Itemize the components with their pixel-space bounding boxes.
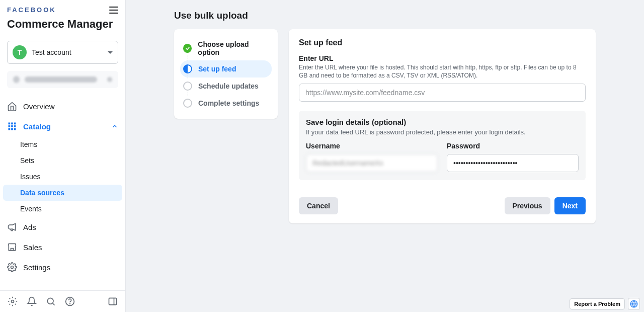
menu-toggle-button[interactable] xyxy=(109,7,118,14)
url-label: Enter URL xyxy=(299,54,586,62)
svg-point-11 xyxy=(47,298,53,304)
help-icon[interactable] xyxy=(64,296,75,307)
svg-point-14 xyxy=(70,303,70,304)
empty-circle-icon xyxy=(183,99,192,108)
content-columns: Choose upload option Set up feed Schedul… xyxy=(174,29,596,223)
step-label: Set up feed xyxy=(198,65,236,73)
login-details-box: Save login details (optional) If your da… xyxy=(299,111,586,180)
svg-point-9 xyxy=(11,266,14,269)
previous-button[interactable]: Previous xyxy=(505,197,550,214)
main-content: Use bulk upload Choose upload option Set… xyxy=(126,0,644,312)
sidebar-item-catalog[interactable]: Catalog xyxy=(0,116,125,136)
sidebar-item-overview[interactable]: Overview xyxy=(0,96,125,116)
account-avatar: T xyxy=(13,45,27,59)
page-title: Use bulk upload xyxy=(174,10,596,21)
sidebar-subitem-events[interactable]: Events xyxy=(0,201,125,217)
redacted-avatar xyxy=(13,76,20,83)
svg-rect-6 xyxy=(9,128,11,130)
next-button[interactable]: Next xyxy=(554,197,586,214)
sidebar-subitem-issues[interactable]: Issues xyxy=(0,169,125,185)
step-complete-settings[interactable]: Complete settings xyxy=(180,95,272,112)
username-label: Username xyxy=(306,142,438,150)
secondary-account-row[interactable] xyxy=(7,71,118,88)
panel-toggle-icon[interactable] xyxy=(107,296,118,307)
svg-rect-8 xyxy=(14,128,16,130)
gear-icon xyxy=(7,262,17,272)
feed-url-input[interactable] xyxy=(299,84,586,102)
svg-rect-2 xyxy=(14,123,16,125)
step-label: Choose upload option xyxy=(198,40,269,56)
sidebar-item-sales[interactable]: Sales xyxy=(0,237,125,257)
search-icon[interactable] xyxy=(45,296,56,307)
svg-rect-4 xyxy=(11,125,13,127)
language-button[interactable] xyxy=(628,298,640,310)
megaphone-icon xyxy=(7,222,17,232)
login-help-text: If your data feed URL is password protec… xyxy=(306,128,579,136)
password-label: Password xyxy=(447,142,579,150)
account-name: Test account xyxy=(32,48,103,56)
report-row: Report a Problem xyxy=(570,298,640,310)
sidebar-subitem-items[interactable]: Items xyxy=(0,136,125,152)
sidebar-footer xyxy=(0,290,125,312)
panel-title: Set up feed xyxy=(299,38,586,47)
step-choose-upload-option[interactable]: Choose upload option xyxy=(180,36,272,60)
panel-actions: Cancel Previous Next xyxy=(299,183,586,214)
sidebar-subitem-data-sources[interactable]: Data sources xyxy=(3,185,122,201)
svg-rect-15 xyxy=(109,298,117,304)
step-label: Complete settings xyxy=(198,99,259,107)
svg-rect-5 xyxy=(14,125,16,127)
sidebar-item-label: Settings xyxy=(23,263,50,272)
grid-icon xyxy=(7,121,17,131)
sidebar-subitem-sets[interactable]: Sets xyxy=(0,152,125,169)
app-title: Commerce Manager xyxy=(7,18,118,31)
account-selector[interactable]: T Test account xyxy=(7,41,118,64)
password-input[interactable] xyxy=(447,154,579,172)
sidebar-item-label: Sales xyxy=(23,243,42,252)
redacted-text xyxy=(25,76,97,83)
svg-line-12 xyxy=(53,303,55,305)
sidebar-item-settings[interactable]: Settings xyxy=(0,257,125,277)
sidebar-item-label: Overview xyxy=(23,102,55,111)
wizard-stepper: Choose upload option Set up feed Schedul… xyxy=(174,29,278,119)
chevron-up-icon xyxy=(111,123,118,130)
sidebar-item-label: Ads xyxy=(23,223,36,231)
login-title: Save login details (optional) xyxy=(306,118,579,126)
step-set-up-feed[interactable]: Set up feed xyxy=(180,60,272,77)
shop-icon xyxy=(7,242,17,252)
check-icon xyxy=(183,44,192,53)
facebook-wordmark: FACEBOOK xyxy=(7,6,56,14)
setup-feed-panel: Set up feed Enter URL Enter the URL wher… xyxy=(289,29,596,223)
sidebar-item-ads[interactable]: Ads xyxy=(0,217,125,237)
cancel-button[interactable]: Cancel xyxy=(299,197,338,214)
step-schedule-updates[interactable]: Schedule updates xyxy=(180,77,272,95)
svg-rect-0 xyxy=(9,123,11,125)
username-input[interactable] xyxy=(306,154,438,172)
home-icon xyxy=(7,101,17,111)
chevron-down-icon xyxy=(108,51,113,54)
step-label: Schedule updates xyxy=(198,82,259,90)
report-problem-button[interactable]: Report a Problem xyxy=(570,298,625,309)
sidebar: FACEBOOK Commerce Manager T Test account… xyxy=(0,0,126,312)
redacted-status-dot xyxy=(107,77,112,82)
svg-rect-3 xyxy=(9,125,11,127)
settings-icon[interactable] xyxy=(7,296,18,307)
url-help-text: Enter the URL where your file is hosted.… xyxy=(299,63,586,80)
svg-point-10 xyxy=(12,300,14,303)
notifications-icon[interactable] xyxy=(26,296,37,307)
svg-rect-1 xyxy=(11,123,13,125)
sidebar-nav: Overview Catalog Items Sets Issues Data … xyxy=(0,94,125,290)
sidebar-header: FACEBOOK Commerce Manager xyxy=(0,0,125,36)
svg-rect-7 xyxy=(11,128,13,130)
sidebar-item-label: Catalog xyxy=(23,122,51,131)
